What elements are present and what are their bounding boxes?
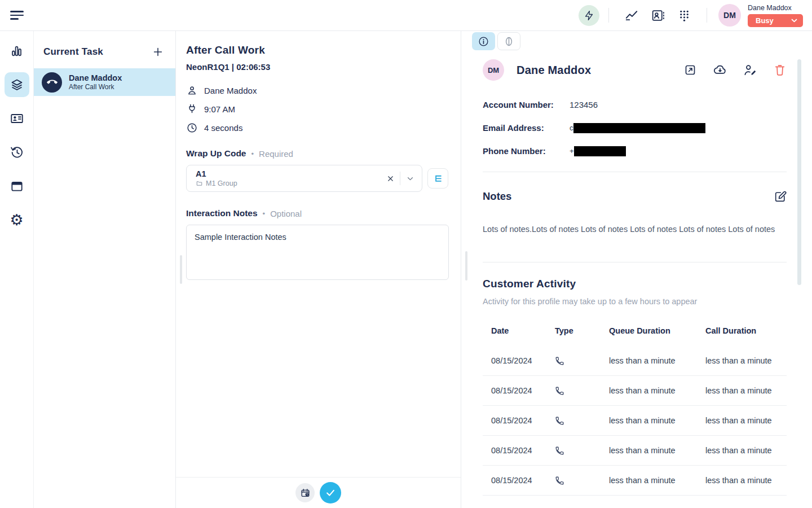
notes-body: Lots of notes.Lots of notes Lots of note…: [483, 224, 812, 235]
field-phone-number: Phone Number: +: [483, 139, 812, 163]
chevron-down-icon: [791, 19, 797, 23]
task-actions-footer: [176, 477, 461, 508]
sidebar-item-window[interactable]: [5, 174, 29, 199]
tab-profile-info[interactable]: [472, 32, 495, 50]
cell-call-duration: less than a minute: [705, 446, 787, 455]
tab-insights[interactable]: [497, 32, 520, 50]
table-row: 08/15/2024 less than a minute less than …: [483, 436, 787, 466]
profile-header: DM Dane Maddox: [483, 59, 812, 81]
chevron-down-icon[interactable]: [405, 174, 415, 183]
gear-icon: ⚙: [10, 213, 23, 228]
sidebar-item-settings[interactable]: ⚙: [5, 208, 29, 233]
activity-table-body: 08/15/2024 less than a minute less than …: [483, 346, 812, 496]
cell-queue-duration: less than a minute: [609, 446, 705, 455]
status-dropdown[interactable]: Busy: [748, 14, 803, 27]
selected-code: A1: [196, 169, 371, 179]
complete-task-button[interactable]: [320, 482, 341, 503]
line-chart-icon[interactable]: [624, 8, 639, 23]
profile-fields: Account Number: 123456 Email Address: c …: [483, 93, 812, 163]
user-edit-icon[interactable]: [743, 63, 757, 77]
page-scrollbar[interactable]: [797, 59, 801, 285]
status-label: Busy: [756, 16, 774, 25]
sidebar: ⚙: [0, 31, 34, 508]
wrap-up-code-select[interactable]: A1 M1 Group: [186, 165, 422, 192]
dialpad-icon[interactable]: [677, 8, 692, 23]
cell-date: 08/15/2024: [491, 386, 555, 395]
sidebar-item-history[interactable]: [5, 140, 29, 165]
task-name: Dane Maddox: [69, 73, 122, 83]
folder-icon: [196, 180, 203, 187]
cell-date: 08/15/2024: [491, 446, 555, 455]
edit-notes-icon[interactable]: [773, 189, 787, 204]
cloud-download-icon[interactable]: [713, 63, 727, 77]
meta-duration: 4 seconds: [186, 122, 448, 134]
trash-icon[interactable]: [773, 63, 787, 77]
optional-hint: Optional: [270, 209, 302, 218]
menu-icon[interactable]: [10, 9, 25, 21]
phone-call-icon: [555, 445, 565, 456]
window-icon: [10, 179, 24, 194]
column-header: Type: [555, 326, 609, 335]
phone-handset-icon: [47, 77, 58, 87]
calendar-clock-icon: [300, 488, 311, 498]
column-header: Call Duration: [705, 326, 787, 335]
wrap-up-code-label: Wrap Up Code: [186, 148, 246, 159]
customer-activity-title: Customer Activity: [483, 278, 812, 290]
customer-profile-panel: DM Dane Maddox: [461, 31, 812, 508]
bullet: •: [251, 150, 254, 158]
activity-table: Date Type Queue Duration Call Duration 0…: [483, 323, 812, 496]
sidebar-item-dashboard[interactable]: [5, 38, 29, 63]
open-in-new-icon[interactable]: [683, 63, 698, 77]
cell-call-duration: less than a minute: [705, 476, 787, 485]
app-window: DM Dane Maddox Busy: [0, 0, 812, 508]
after-call-work-panel: After Call Work NeonR1Q1 | 02:06:53 Dane…: [176, 31, 461, 508]
browse-codes-tree-button[interactable]: [427, 168, 448, 189]
scrollbar-thumb[interactable]: [180, 255, 182, 284]
sidebar-item-tasks[interactable]: [5, 72, 29, 97]
cell-queue-duration: less than a minute: [609, 416, 705, 425]
task-list-item[interactable]: Dane Maddox After Call Work: [34, 68, 175, 96]
cell-queue-duration: less than a minute: [609, 356, 705, 365]
field-email-address: Email Address: c: [483, 116, 812, 139]
notes-section-title: Notes: [483, 190, 511, 203]
cell-queue-duration: less than a minute: [609, 476, 705, 485]
contact-card-icon: [10, 111, 24, 126]
meta-contact: Dane Maddox: [186, 85, 448, 97]
interaction-notes-input[interactable]: Sample Interaction Notes: [186, 225, 449, 280]
scrollbar-thumb[interactable]: [465, 251, 467, 281]
phone-call-icon: [555, 356, 565, 366]
cell-call-duration: less than a minute: [705, 386, 787, 395]
clear-selection-icon[interactable]: [386, 174, 395, 183]
redaction-bar: [573, 123, 705, 133]
cell-call-duration: less than a minute: [705, 356, 787, 365]
task-subtitle: After Call Work: [69, 83, 122, 91]
tree-list-icon: [433, 173, 443, 184]
cell-date: 08/15/2024: [491, 476, 555, 485]
contacts-icon[interactable]: [650, 8, 665, 23]
divider: [483, 172, 787, 172]
current-task-panel: Current Task Dane Maddox After Call Work: [34, 31, 176, 508]
cell-queue-duration: less than a minute: [609, 386, 705, 395]
profile-avatar: DM: [483, 59, 504, 81]
user-avatar[interactable]: DM: [718, 4, 741, 27]
user-name: Dane Maddox: [748, 4, 803, 12]
call-meta: Dane Maddox 9:07 AM 4 seconds: [186, 85, 448, 134]
page-title: After Call Work: [186, 44, 448, 56]
cell-call-duration: less than a minute: [705, 416, 787, 425]
interaction-notes-label: Interaction Notes: [186, 208, 258, 218]
schedule-callback-button[interactable]: [295, 483, 315, 502]
user-icon: [186, 85, 198, 97]
field-label: Phone Number:: [483, 146, 570, 156]
redaction-bar: [574, 146, 626, 156]
bolt-icon: [584, 10, 594, 21]
meta-contact-text: Dane Maddox: [204, 86, 257, 95]
profile-tabs: [472, 32, 812, 50]
field-value: 123456: [570, 100, 598, 110]
sidebar-item-contacts[interactable]: [5, 106, 29, 131]
top-bar: DM Dane Maddox Busy: [0, 0, 812, 31]
table-row: 08/15/2024 less than a minute less than …: [483, 376, 787, 406]
add-task-button[interactable]: [151, 45, 165, 59]
check-icon: [325, 487, 336, 498]
meta-start-time: 9:07 AM: [186, 103, 448, 115]
quick-actions-button[interactable]: [579, 5, 599, 26]
